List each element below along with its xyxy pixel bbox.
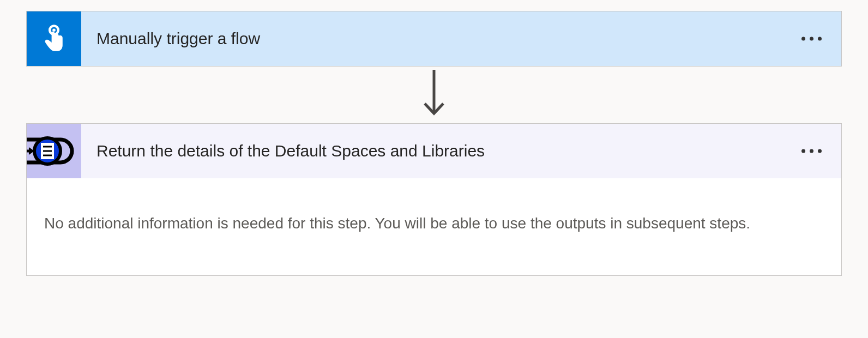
action-more-button[interactable] xyxy=(797,145,826,158)
ellipsis-icon xyxy=(818,149,822,153)
flow-canvas: Manually trigger a flow xyxy=(0,0,868,298)
action-body-text: No additional information is needed for … xyxy=(27,178,841,275)
ellipsis-icon xyxy=(810,149,813,153)
ellipsis-icon xyxy=(810,37,813,41)
action-title: Return the details of the Default Spaces… xyxy=(97,142,841,160)
ellipsis-icon xyxy=(801,37,805,41)
trigger-title: Manually trigger a flow xyxy=(97,29,841,48)
trigger-card-header[interactable]: Manually trigger a flow xyxy=(27,11,841,66)
trigger-card[interactable]: Manually trigger a flow xyxy=(26,11,842,67)
action-card[interactable]: Return the details of the Default Spaces… xyxy=(26,123,842,276)
ellipsis-icon xyxy=(818,37,822,41)
arrow-down-icon xyxy=(420,68,448,122)
action-card-header[interactable]: Return the details of the Default Spaces… xyxy=(27,124,841,178)
trigger-more-button[interactable] xyxy=(797,33,826,45)
manual-trigger-icon xyxy=(27,11,81,66)
connector-icon xyxy=(27,124,81,178)
ellipsis-icon xyxy=(801,149,805,153)
svg-point-1 xyxy=(52,28,56,32)
flow-connector xyxy=(26,67,842,123)
